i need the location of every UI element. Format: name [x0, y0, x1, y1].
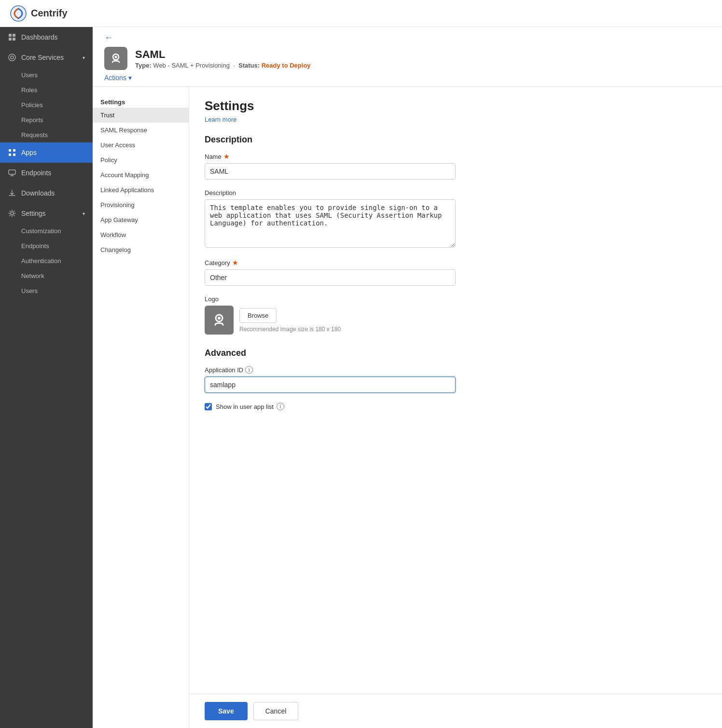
form-wrapper: Settings Learn more Description Name ★: [189, 87, 722, 728]
cog-circle-icon: [8, 53, 16, 62]
logo-controls: Browse Recommended image size is 180 x 1…: [239, 308, 341, 333]
sidebar-item-users[interactable]: Users: [0, 68, 93, 83]
description-heading: Description: [205, 135, 707, 145]
sidebar-item-core-services-label: Core Services: [21, 54, 64, 61]
show-in-list-row: Show in user app list i: [205, 403, 707, 410]
svg-point-12: [11, 212, 14, 215]
logo-area: Centrify: [10, 5, 68, 22]
settings-chevron: ▾: [83, 211, 85, 216]
description-group: Description This template enables you to…: [205, 189, 707, 249]
logo-preview-icon: [210, 311, 228, 329]
sidebar-item-settings[interactable]: Settings ▾: [0, 203, 93, 224]
left-nav-saml-response[interactable]: SAML Response: [93, 123, 189, 138]
browse-button[interactable]: Browse: [239, 308, 277, 323]
left-nav: Settings Trust SAML Response User Access…: [93, 87, 189, 728]
actions-button[interactable]: Actions ▾: [104, 74, 132, 82]
app-title-info: SAML Type: Web - SAML + Provisioning · S…: [135, 48, 311, 69]
sidebar: Dashboards Core Services ▾ Users Roles P…: [0, 27, 93, 728]
sidebar-item-dashboards-label: Dashboards: [21, 33, 58, 41]
logo-label: Logo: [205, 295, 707, 303]
settings-icon: [8, 209, 16, 218]
core-services-chevron: ▾: [83, 55, 85, 60]
description-textarea[interactable]: This template enables you to provide sin…: [205, 199, 456, 248]
description-label: Description: [205, 189, 707, 196]
category-required-star: ★: [232, 259, 238, 266]
app-id-label: Application ID i: [205, 366, 707, 374]
name-group: Name ★: [205, 153, 707, 180]
left-nav-account-mapping[interactable]: Account Mapping: [93, 168, 189, 182]
svg-rect-7: [9, 149, 11, 152]
svg-rect-2: [13, 34, 15, 37]
content-body: Settings Trust SAML Response User Access…: [93, 87, 722, 728]
back-button[interactable]: ←: [104, 33, 113, 43]
sidebar-item-core-services[interactable]: Core Services ▾: [0, 47, 93, 68]
sidebar-item-authentication[interactable]: Authentication: [0, 253, 93, 268]
sidebar-item-settings-label: Settings: [21, 210, 46, 217]
svg-rect-11: [9, 170, 15, 174]
sidebar-item-endpoints-label: Endpoints: [21, 169, 51, 177]
left-nav-policy[interactable]: Policy: [93, 153, 189, 168]
app-icon-box: [104, 47, 127, 70]
svg-point-6: [11, 56, 14, 59]
sidebar-item-downloads-label: Downloads: [21, 189, 55, 197]
app-name: SAML: [135, 48, 311, 61]
learn-more-link[interactable]: Learn more: [205, 116, 236, 123]
advanced-heading: Advanced: [205, 348, 707, 358]
logo-group: Logo Browse: [205, 295, 707, 335]
save-button[interactable]: Save: [205, 702, 248, 720]
app-logo-icon: [108, 51, 124, 66]
content-area: ← SAML Type: Web - SAML + Provisioning ·: [93, 27, 722, 728]
name-label: Name ★: [205, 153, 707, 160]
left-nav-section-label: Settings: [93, 95, 189, 108]
app-id-input[interactable]: [205, 377, 456, 393]
name-input[interactable]: [205, 163, 456, 180]
show-in-list-label: Show in user app list i: [216, 403, 284, 410]
sidebar-item-endpoints[interactable]: Endpoints: [0, 163, 93, 183]
svg-rect-9: [9, 154, 11, 156]
show-in-list-info-icon[interactable]: i: [277, 403, 284, 410]
sidebar-item-requests[interactable]: Requests: [0, 127, 93, 142]
category-label: Category ★: [205, 259, 707, 266]
left-nav-app-gateway[interactable]: App Gateway: [93, 212, 189, 227]
sidebar-item-endpoints-sub[interactable]: Endpoints: [0, 238, 93, 253]
logo-hint: Recommended image size is 180 x 180: [239, 326, 341, 333]
form-title: Settings: [205, 98, 707, 113]
app-header: ← SAML Type: Web - SAML + Provisioning ·: [93, 27, 722, 87]
svg-point-5: [9, 54, 15, 61]
sidebar-item-downloads[interactable]: Downloads: [0, 183, 93, 203]
sidebar-item-policies[interactable]: Policies: [0, 98, 93, 112]
sidebar-item-apps[interactable]: Apps: [0, 142, 93, 163]
status-badge: Ready to Deploy: [262, 62, 311, 69]
top-header: Centrify: [0, 0, 722, 27]
sidebar-item-users-sub[interactable]: Users: [0, 283, 93, 298]
form-area: Settings Learn more Description Name ★: [189, 87, 722, 694]
sidebar-item-customization[interactable]: Customization: [0, 224, 93, 238]
cancel-button[interactable]: Cancel: [253, 702, 299, 720]
svg-point-14: [115, 56, 117, 58]
svg-point-16: [218, 317, 221, 320]
sidebar-item-reports[interactable]: Reports: [0, 112, 93, 127]
name-required-star: ★: [223, 153, 230, 160]
apps-icon: [8, 148, 16, 157]
left-nav-provisioning[interactable]: Provisioning: [93, 197, 189, 212]
show-in-list-checkbox[interactable]: [205, 403, 212, 410]
svg-rect-1: [9, 34, 12, 37]
app-id-info-icon[interactable]: i: [245, 366, 253, 374]
actions-bar: Actions ▾: [104, 74, 710, 86]
sidebar-item-apps-label: Apps: [21, 149, 37, 156]
sidebar-item-roles[interactable]: Roles: [0, 83, 93, 98]
app-meta: Type: Web - SAML + Provisioning · Status…: [135, 62, 311, 69]
category-input[interactable]: [205, 269, 456, 286]
sidebar-item-network[interactable]: Network: [0, 268, 93, 283]
left-nav-workflow[interactable]: Workflow: [93, 227, 189, 242]
svg-rect-8: [13, 149, 15, 152]
app-id-group: Application ID i: [205, 366, 707, 393]
main-layout: Dashboards Core Services ▾ Users Roles P…: [0, 27, 722, 728]
left-nav-trust[interactable]: Trust: [93, 108, 189, 123]
left-nav-changelog[interactable]: Changelog: [93, 242, 189, 257]
grid-icon: [8, 33, 16, 42]
download-icon: [8, 189, 16, 197]
left-nav-user-access[interactable]: User Access: [93, 138, 189, 153]
left-nav-linked-applications[interactable]: Linked Applications: [93, 182, 189, 197]
sidebar-item-dashboards[interactable]: Dashboards: [0, 27, 93, 47]
